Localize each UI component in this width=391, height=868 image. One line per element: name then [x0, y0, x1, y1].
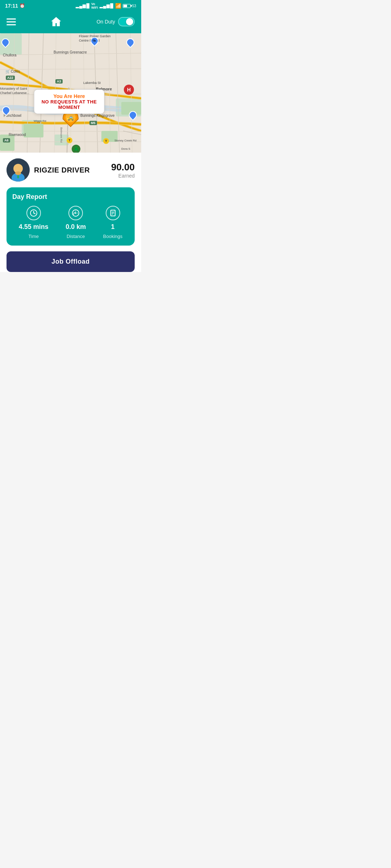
clock-icon	[26, 206, 41, 220]
duty-toggle[interactable]: On Duty	[97, 17, 135, 26]
map-container: Chullora 🛒 Coles Monastery of SaintCharb…	[0, 33, 141, 153]
map-label-bunnings-g: Bunnings Greenacre	[54, 50, 87, 54]
stat-distance-label: Distance	[67, 234, 85, 239]
home-button[interactable]	[50, 15, 62, 29]
day-report-title: Day Report	[10, 193, 131, 201]
poi-transit-2: T	[67, 137, 72, 143]
svg-text:🚕: 🚕	[67, 114, 74, 121]
header: On Duty	[0, 12, 141, 33]
map-label-coles: 🛒 Coles	[5, 69, 20, 73]
svg-line-37	[34, 213, 35, 214]
earned-label: Earned	[111, 173, 135, 179]
map-label-chullora: Chullora	[3, 53, 16, 57]
map-label-dora: Dora S	[121, 147, 130, 150]
status-bar: 17:11 ⏰ ▂▄▆█ VoWiFi ▂▄▆█ 📶 53	[0, 0, 141, 12]
you-are-here-title: You Are Here	[40, 93, 98, 99]
svg-rect-25	[24, 124, 43, 137]
signal-icon: ▂▄▆█	[76, 3, 90, 8]
vowifi-label: VoWiFi	[91, 2, 98, 9]
battery-percent: 53	[132, 4, 136, 8]
road-badge-m5: M5	[89, 121, 97, 125]
road-badge-a6: A6	[3, 138, 10, 142]
map-label-belmore-rd: Belmore Rd	[60, 127, 63, 142]
driver-row: RIGZIE DRIVER 90.00 Earned	[7, 158, 135, 187]
map-label-lakemba-st: Lakemba St	[83, 81, 101, 85]
poi-park: 🌲	[72, 145, 80, 153]
status-icons: ▂▄▆█ VoWiFi ▂▄▆█ 📶 53	[76, 2, 136, 9]
toggle-switch[interactable]	[118, 17, 135, 26]
earned-section: 90.00 Earned	[111, 162, 135, 179]
poi-marker-hotel: H	[124, 85, 134, 95]
speedometer-icon	[68, 206, 83, 220]
road-badge-a22: A22	[6, 76, 15, 80]
stat-time-label: Time	[29, 234, 39, 239]
road-badge-a3: A3	[55, 79, 63, 84]
wifi-icon: 📶	[115, 3, 121, 9]
map-label-riverwood: Riverwood	[9, 133, 26, 137]
map-label-stoney-creek: Stoney Creek Rd	[114, 139, 136, 142]
stat-bookings: 1 Bookings	[103, 206, 122, 239]
stat-distance: 0.0 km Distance	[66, 206, 86, 239]
stat-bookings-value: 1	[111, 223, 115, 231]
driver-name: RIGZIE DRIVER	[34, 166, 90, 174]
day-report-card: Day Report 4.55 mins Time	[7, 187, 135, 246]
earned-amount: 90.00	[111, 162, 135, 173]
battery-icon	[123, 4, 131, 8]
signal-icon-2: ▂▄▆█	[100, 3, 114, 8]
you-are-here-sub: NO REQUESTS AT THE MOMENT	[40, 99, 98, 110]
report-stats: 4.55 mins Time 0.0 km Distance	[10, 206, 131, 239]
job-offload-button[interactable]: Job Offload	[7, 251, 135, 272]
alarm-icon: ⏰	[20, 3, 25, 8]
stat-distance-value: 0.0 km	[66, 223, 86, 231]
svg-rect-26	[0, 135, 14, 151]
stat-time-value: 4.55 mins	[19, 223, 49, 231]
you-are-here-popup: You Are Here NO REQUESTS AT THE MOMENT	[34, 89, 105, 114]
poi-transit-3: T	[103, 138, 109, 144]
stat-time: 4.55 mins Time	[19, 206, 49, 239]
status-time: 17:11 ⏰	[5, 3, 25, 9]
driver-info: RIGZIE DRIVER	[7, 158, 90, 182]
map-label-monastery: Monastery of SaintCharbel Lebanese...	[0, 87, 29, 95]
driver-avatar	[7, 158, 30, 182]
svg-point-39	[75, 212, 76, 214]
stat-bookings-label: Bookings	[103, 234, 122, 239]
receipt-icon	[106, 206, 120, 220]
svg-point-34	[15, 171, 21, 175]
map-label-bunnings-k: Bunnings Kingsgrove	[80, 114, 115, 118]
menu-button[interactable]	[7, 18, 16, 25]
bottom-panel: RIGZIE DRIVER 90.00 Earned Day Report 4.…	[0, 153, 141, 272]
map-label-wiggs-rd: Wiggs Rd	[34, 119, 46, 123]
